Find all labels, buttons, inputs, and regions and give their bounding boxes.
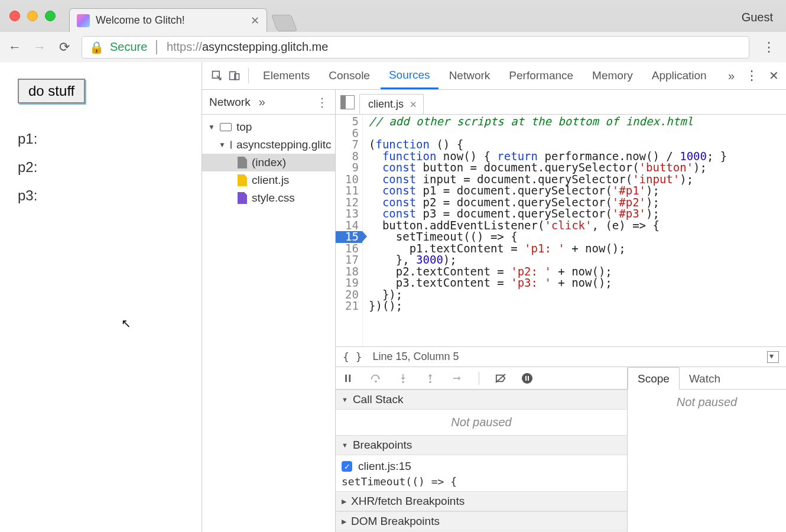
section-title: Breakpoints: [353, 439, 412, 452]
tree-label: top: [236, 121, 252, 134]
url-host: asyncstepping.glitch.me: [202, 40, 328, 53]
deactivate-breakpoints-icon[interactable]: [495, 372, 506, 384]
separator: │: [153, 40, 161, 54]
tree-file-index[interactable]: (index): [202, 154, 335, 171]
svg-point-5: [429, 381, 431, 383]
separator: [479, 372, 479, 385]
disclosure-triangle-icon: ▼: [342, 442, 348, 449]
tab-title: Welcome to Glitch!: [96, 14, 185, 27]
callstack-empty: Not paused: [336, 410, 627, 435]
p3-text: p3:: [18, 187, 184, 204]
breakpoint-entry[interactable]: ✓ client.js:15: [342, 459, 621, 474]
navigator-header: Network » ⋮: [202, 90, 335, 115]
frame-icon: [220, 123, 232, 131]
tree-label: style.css: [252, 192, 295, 205]
callstack-header[interactable]: ▼ Call Stack: [336, 390, 627, 410]
maximize-window-icon[interactable]: [45, 11, 56, 21]
js-file-icon: [238, 174, 247, 186]
tree-file-clientjs[interactable]: client.js: [202, 171, 335, 189]
editor-tab-bar: client.js ✕: [336, 90, 786, 115]
tab-network[interactable]: Network: [441, 62, 499, 89]
editor-tab-clientjs[interactable]: client.js ✕: [359, 94, 424, 114]
debugger-panels: ▼ Call Stack Not paused ▼ Breakpoints ✓ …: [336, 366, 786, 532]
new-tab-button[interactable]: [271, 15, 297, 31]
devtools-tab-bar: Elements Console Sources Network Perform…: [202, 62, 786, 90]
document-icon: [238, 157, 247, 168]
do-stuff-button[interactable]: do stuff: [18, 79, 85, 103]
editor-status-bar: { } Line 15, Column 5: [336, 346, 786, 366]
step-into-icon[interactable]: [397, 372, 409, 384]
xhr-breakpoints-header[interactable]: ▶ XHR/fetch Breakpoints: [336, 491, 627, 511]
breakpoints-header[interactable]: ▼ Breakpoints: [336, 435, 627, 455]
tree-label: client.js: [252, 174, 289, 187]
tab-performance[interactable]: Performance: [501, 62, 582, 89]
tab-close-icon[interactable]: ✕: [251, 14, 259, 27]
step-over-icon[interactable]: [370, 372, 382, 384]
coverage-toggle-icon[interactable]: [767, 351, 779, 363]
tab-application[interactable]: Application: [644, 62, 715, 89]
browser-menu-icon[interactable]: ⋮: [759, 40, 779, 55]
window-controls: [9, 11, 56, 21]
address-bar[interactable]: 🔒 Secure │ https://asyncstepping.glitch.…: [82, 36, 749, 59]
editor-tab-label: client.js: [368, 98, 404, 111]
section-title: DOM Breakpoints: [351, 515, 440, 528]
tab-console[interactable]: Console: [320, 62, 378, 89]
overflow-tabs-icon[interactable]: »: [728, 69, 735, 83]
tab-scope[interactable]: Scope: [628, 367, 680, 390]
devtools: Elements Console Sources Network Perform…: [202, 62, 786, 532]
pause-resume-icon[interactable]: [343, 372, 355, 384]
devtools-menu-icon[interactable]: ⋮: [742, 68, 762, 83]
breakpoint-checkbox[interactable]: ✓: [342, 461, 352, 472]
browser-tab[interactable]: Welcome to Glitch! ✕: [69, 8, 267, 32]
tree-top[interactable]: ▼ top: [202, 118, 335, 136]
source-editor: client.js ✕ 5678910111213141516171819202…: [336, 90, 786, 532]
file-tree: ▼ top ▼ asyncstepping.glitc (index): [202, 115, 335, 210]
close-window-icon[interactable]: [9, 11, 20, 21]
reload-button[interactable]: ⟳: [57, 40, 72, 55]
inspect-element-icon[interactable]: [209, 68, 225, 83]
separator: [248, 68, 249, 83]
navigator-menu-icon[interactable]: ⋮: [316, 95, 328, 109]
minimize-window-icon[interactable]: [27, 11, 38, 21]
navigator-overflow-icon[interactable]: »: [259, 95, 265, 109]
line-number-gutter[interactable]: 56789101112131415161718192021: [336, 115, 363, 346]
section-title: XHR/fetch Breakpoints: [351, 495, 465, 508]
editor-tab-close-icon[interactable]: ✕: [410, 99, 417, 110]
secure-label: Secure: [110, 40, 147, 54]
toggle-navigator-icon[interactable]: [340, 95, 355, 109]
cursor-position: Line 15, Column 5: [373, 351, 459, 363]
tab-watch[interactable]: Watch: [680, 368, 730, 389]
back-button[interactable]: ←: [7, 40, 22, 55]
breakpoints-body: ✓ client.js:15 setTimeout(() => {: [336, 455, 627, 491]
profile-label[interactable]: Guest: [742, 11, 773, 24]
p1-text: p1:: [18, 131, 184, 147]
device-toggle-icon[interactable]: [227, 68, 242, 83]
disclosure-triangle-icon: ▶: [342, 518, 346, 525]
scope-panel: Scope Watch Not paused: [628, 367, 786, 532]
tab-strip: Welcome to Glitch! ✕ Guest: [0, 0, 786, 32]
section-title: Call Stack: [353, 393, 404, 406]
scope-tab-bar: Scope Watch: [628, 367, 786, 390]
navigator-tab-network[interactable]: Network: [209, 96, 251, 109]
code-text[interactable]: // add other scripts at the bottom of in…: [363, 115, 727, 346]
favicon-icon: [77, 14, 90, 27]
tab-memory[interactable]: Memory: [584, 62, 641, 89]
svg-point-4: [402, 381, 404, 383]
step-icon[interactable]: [452, 372, 463, 384]
browser-chrome: Welcome to Glitch! ✕ Guest ← → ⟳ 🔒 Secur…: [0, 0, 786, 62]
mouse-cursor-icon: ↖: [121, 316, 131, 330]
tree-domain[interactable]: ▼ asyncstepping.glitc: [202, 136, 335, 154]
code-area[interactable]: 56789101112131415161718192021 // add oth…: [336, 115, 786, 346]
step-out-icon[interactable]: [424, 372, 436, 384]
dom-breakpoints-header[interactable]: ▶ DOM Breakpoints: [336, 511, 627, 531]
pause-on-exceptions-icon[interactable]: [522, 373, 532, 384]
tab-elements[interactable]: Elements: [255, 62, 318, 89]
tree-label: asyncstepping.glitc: [236, 138, 332, 151]
tab-sources[interactable]: Sources: [381, 62, 439, 89]
svg-point-3: [375, 380, 377, 382]
pretty-print-icon[interactable]: { }: [343, 351, 362, 363]
browser-toolbar: ← → ⟳ 🔒 Secure │ https://asyncstepping.g…: [0, 32, 786, 62]
devtools-close-icon[interactable]: ✕: [769, 69, 779, 83]
tree-file-stylecss[interactable]: style.css: [202, 189, 335, 207]
debugger-toolbar: [336, 367, 627, 390]
